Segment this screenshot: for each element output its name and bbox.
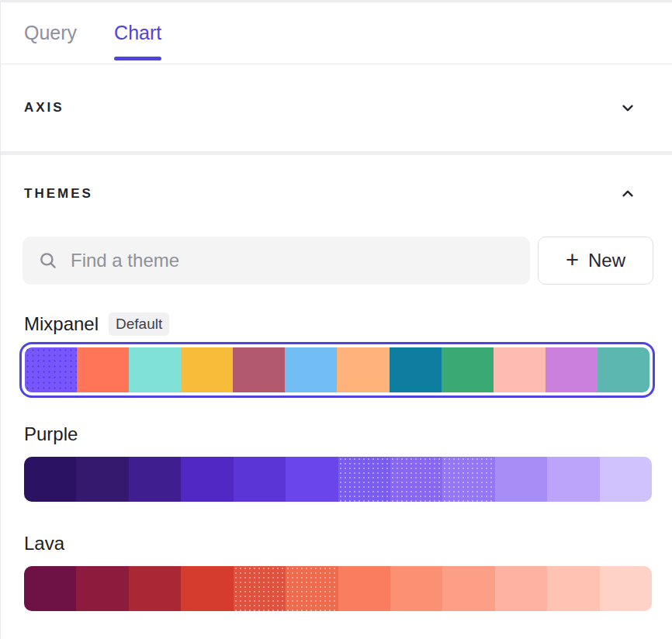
theme-item-mixpanel: Mixpanel Default [1,310,672,398]
active-tab-underline [114,57,161,60]
color-swatch [338,457,390,502]
color-swatch [234,566,286,611]
color-swatch [600,457,652,502]
color-swatch [337,347,389,392]
tab-bar: Query Chart [1,2,672,64]
theme-palette[interactable] [24,457,652,502]
color-swatch [286,566,338,611]
color-swatch [181,457,233,502]
color-swatch [233,347,285,392]
theme-name: Lava [24,533,64,554]
search-input[interactable] [71,250,516,271]
theme-item-lava: Lava [1,530,672,611]
tab-query[interactable]: Query [24,2,77,64]
color-swatch [76,457,128,502]
search-input-wrapper[interactable] [23,237,530,285]
theme-search-row: + New [23,237,653,285]
color-swatch [24,457,76,502]
color-swatch [181,566,233,611]
color-swatch [547,566,599,611]
theme-item-purple: Purple [1,420,672,502]
color-swatch [77,347,129,392]
color-swatch [24,566,76,611]
themes-section-header[interactable]: THEMES [1,155,672,233]
color-swatch [600,566,652,611]
tab-chart-label: Chart [114,22,161,44]
theme-label-row: Mixpanel Default [24,310,672,338]
tab-chart[interactable]: Chart [114,2,161,64]
chevron-up-icon[interactable] [619,185,636,202]
theme-name: Mixpanel [24,313,99,335]
color-swatch [234,457,286,502]
theme-label-row: Purple [24,420,672,448]
selected-theme-outline[interactable] [19,342,655,398]
color-swatch [442,457,494,502]
color-swatch [390,566,442,611]
theme-label-row: Lava [24,530,672,558]
color-swatch [547,457,599,502]
color-swatch [76,566,128,611]
theme-name: Purple [24,423,78,445]
color-swatch [285,347,337,392]
theme-palette[interactable] [24,566,652,611]
color-swatch [546,347,598,392]
new-theme-button-label: New [588,250,625,271]
color-swatch [181,347,233,392]
chevron-down-icon[interactable] [619,99,636,116]
tab-query-label: Query [24,22,77,44]
color-swatch [442,566,494,611]
axis-section-title: AXIS [24,100,64,116]
color-swatch [25,347,77,392]
color-swatch [495,566,547,611]
theme-palette[interactable] [25,347,649,392]
color-swatch [129,566,181,611]
plus-icon: + [566,249,579,271]
color-swatch [495,457,547,502]
color-swatch [442,347,494,392]
new-theme-button[interactable]: + New [538,237,653,285]
axis-section-header[interactable]: AXIS [1,64,672,151]
color-swatch [129,347,181,392]
color-swatch [494,347,546,392]
default-badge: Default [109,313,169,336]
color-swatch [286,457,338,502]
themes-section-title: THEMES [24,186,93,202]
color-swatch [390,347,442,392]
color-swatch [338,566,390,611]
chart-settings-panel: Query Chart AXIS THEMES + New [0,0,672,639]
color-swatch [598,347,649,392]
search-icon [38,250,58,271]
color-swatch [390,457,442,502]
color-swatch [129,457,181,502]
